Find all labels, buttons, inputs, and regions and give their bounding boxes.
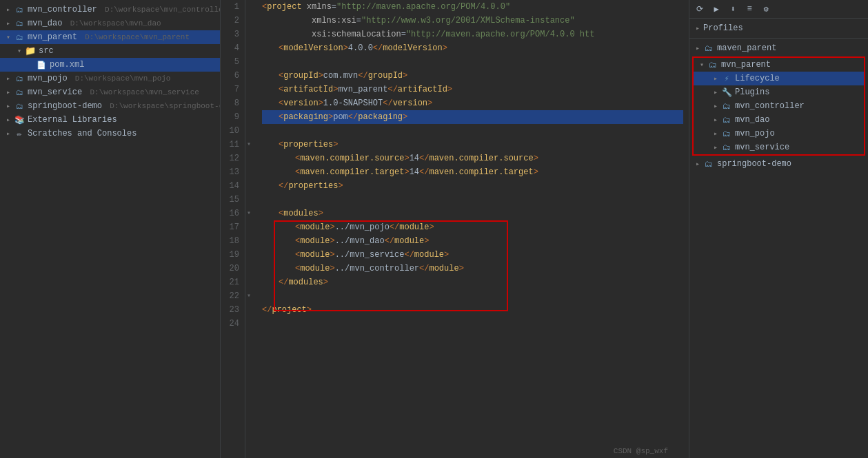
tree-label: pom.xml	[50, 60, 84, 70]
maven-download-btn[interactable]: ⬇	[725, 1, 740, 17]
tree-label: External Libraries	[28, 115, 117, 125]
code-line-13: <maven.compiler.target>14</maven.compile…	[262, 165, 683, 179]
maven-refresh-btn[interactable]: ⟳	[692, 1, 707, 17]
library-icon: 📚	[14, 114, 25, 125]
lifecycle-icon: ⚡	[721, 73, 732, 84]
maven-item-mvn-dao[interactable]: 🗂 mvn_dao	[694, 113, 864, 127]
profiles-item[interactable]: Profiles	[689, 21, 868, 35]
tree-item-scratches[interactable]: ✏️ Scratches and Consoles	[0, 127, 220, 140]
code-line-16: <modules>	[262, 207, 683, 220]
maven-item-mvn-controller[interactable]: 🗂 mvn_controller	[694, 99, 864, 113]
maven-item-mvn-service[interactable]: 🗂 mvn_service	[694, 140, 864, 154]
maven-item-lifecycle[interactable]: ⚡ Lifecycle	[694, 72, 864, 85]
maven-item-label: mvn_service	[735, 143, 789, 152]
module-icon: 🗂	[707, 59, 718, 70]
module-icon: 🗂	[14, 4, 25, 15]
code-line-22	[262, 289, 683, 303]
module-icon: 🗂	[14, 73, 25, 84]
tree-arrow	[3, 114, 14, 125]
code-line-2: xmlns:xsi="http://www.w3.org/2001/XMLSch…	[262, 14, 683, 28]
maven-item-maven-parent[interactable]: 🗂 maven_parent	[689, 41, 868, 55]
tree-label-path: D:\workspace\mvn_dao	[70, 19, 161, 28]
tree-item-pom-xml[interactable]: 📄 pom.xml	[0, 58, 220, 72]
tree-item-springboot-demo[interactable]: 🗂 springboot-demo D:\workspace\springboo…	[0, 99, 220, 113]
code-line-20: <module>../mvn_controller</module>	[262, 262, 683, 275]
tree-arrow	[3, 101, 14, 112]
maven-menu-btn[interactable]: ≡	[742, 1, 757, 17]
module-icon: 🗂	[14, 101, 25, 112]
maven-item-mvn-pojo[interactable]: 🗂 mvn_pojo	[694, 127, 864, 140]
tree-item-external-libraries[interactable]: 📚 External Libraries	[0, 113, 220, 127]
module-icon: 🗂	[721, 128, 732, 139]
tree-arrow	[3, 4, 14, 15]
maven-item-label: maven_parent	[717, 43, 776, 53]
code-line-5	[262, 55, 683, 69]
tree-item-mvn-pojo[interactable]: 🗂 mvn_pojo D:\workspace\mvn_pojo	[0, 72, 220, 85]
maven-item-label: Plugins	[735, 87, 769, 97]
maven-settings-btn[interactable]: ⚙	[758, 1, 774, 17]
fold-gutter: ▾ ▾ ▾	[245, 0, 256, 458]
code-line-23: </project>	[262, 303, 683, 317]
project-tree: 🗂 mvn_controller D:\workspace\mvn_contro…	[0, 0, 220, 458]
project-panel: 🗂 mvn_controller D:\workspace\mvn_contro…	[0, 0, 221, 458]
code-line-10	[262, 124, 683, 138]
maven-item-label: Lifecycle	[735, 74, 780, 83]
tree-label-name: mvn_controller	[28, 5, 97, 14]
tree-arrow	[3, 128, 14, 139]
code-editor[interactable]: 1 2 3 4 5 6 7 8 9 10 11 12 13 14 15 16 1…	[221, 0, 689, 458]
watermark: CSDN @sp_wxf	[614, 447, 668, 455]
tree-item-mvn-dao[interactable]: 🗂 mvn_dao D:\workspace\mvn_dao	[0, 17, 220, 30]
tree-label-name: springboot-demo	[28, 101, 102, 111]
tree-label-path: D:\workspace\mvn_pojo	[75, 74, 171, 83]
code-line-8: <version>1.0-SNAPSHOT</version>	[262, 96, 683, 110]
tree-arrow	[3, 18, 14, 29]
maven-run-btn[interactable]: ▶	[709, 1, 724, 17]
module-icon: 🗂	[14, 18, 25, 29]
tree-arrow	[14, 45, 25, 56]
code-line-19: <module>../mvn_service</module>	[262, 248, 683, 262]
tree-arrow	[3, 87, 14, 98]
maven-item-springboot-demo[interactable]: 🗂 springboot-demo	[689, 157, 868, 171]
tree-item-mvn-parent[interactable]: 🗂 mvn_parent D:\workspace\mvn_parent	[0, 30, 220, 44]
tree-arrow	[710, 142, 721, 153]
tree-arrow	[710, 128, 721, 139]
folder-icon: 📁	[25, 45, 36, 56]
module-icon: 🗂	[721, 114, 732, 125]
code-content[interactable]: <project xmlns="http://maven.apache.org/…	[256, 0, 689, 458]
scratches-icon: ✏️	[14, 128, 25, 139]
code-line-14: </properties>	[262, 179, 683, 193]
maven-item-label: mvn_dao	[735, 115, 769, 125]
tree-label-path: D:\workspace\mvn_controller	[105, 6, 220, 14]
maven-item-label: mvn_controller	[735, 101, 805, 111]
tree-label-name: mvn_pojo	[28, 74, 68, 83]
tree-arrow	[25, 59, 36, 70]
tree-label-name: mvn_service	[28, 87, 82, 97]
tree-label-path: D:\workspace\springboot-demo	[110, 102, 220, 110]
code-line-12: <maven.compiler.source>14</maven.compile…	[262, 152, 683, 165]
tree-item-src[interactable]: 📁 src	[0, 44, 220, 58]
maven-item-plugins[interactable]: 🔧 Plugins	[694, 85, 864, 99]
module-icon: 🗂	[14, 87, 25, 98]
tree-arrow	[3, 32, 14, 43]
code-line-9: <packaging>pom</packaging>	[262, 110, 683, 124]
tree-item-mvn-controller[interactable]: 🗂 mvn_controller D:\workspace\mvn_contro…	[0, 3, 220, 17]
xml-file-icon: 📄	[36, 59, 47, 70]
tree-arrow	[3, 73, 14, 84]
module-icon: 🗂	[721, 142, 732, 153]
maven-item-label: mvn_parent	[721, 60, 771, 70]
maven-panel: ⟳ ▶ ⬇ ≡ ⚙ Profiles 🗂 maven_parent	[689, 0, 868, 458]
module-icon: 🗂	[703, 158, 714, 169]
code-line-11: <properties>	[262, 138, 683, 152]
module-icon: 🗂	[721, 101, 732, 112]
tree-arrow	[696, 59, 707, 70]
code-line-15	[262, 193, 683, 207]
tree-item-mvn-service[interactable]: 🗂 mvn_service D:\workspace\mvn_service	[0, 85, 220, 99]
code-line-3: xsi:schemaLocation="http://maven.apache.…	[262, 28, 683, 41]
tree-arrow	[692, 43, 703, 54]
maven-item-mvn-parent[interactable]: 🗂 mvn_parent	[694, 58, 864, 72]
tree-label: Scratches and Consoles	[28, 129, 137, 138]
code-line-4: <modelVersion>4.0.0</modelVersion>	[262, 41, 683, 55]
module-icon: 🗂	[14, 32, 25, 43]
tree-arrow	[692, 23, 703, 34]
tree-arrow	[710, 114, 721, 125]
